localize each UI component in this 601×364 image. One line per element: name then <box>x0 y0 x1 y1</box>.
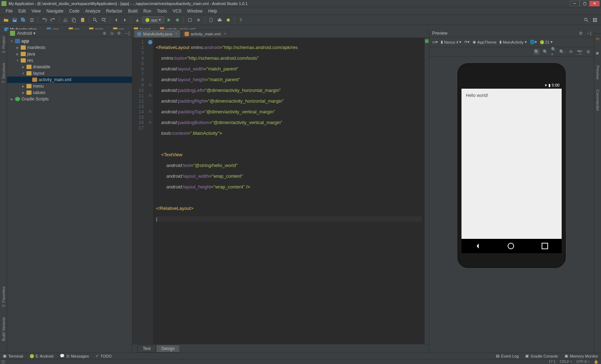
sidebar-tab-build-variants[interactable]: Build Variants <box>1 316 6 343</box>
avd-manager-icon[interactable] <box>207 16 215 24</box>
fold-icon[interactable]: ⊟ <box>149 82 152 88</box>
code-content[interactable]: <RelativeLayout xmlns:android="http://sc… <box>153 38 425 344</box>
hide-icon[interactable]: →| <box>586 31 591 36</box>
zoom-actual-icon[interactable]: 🔍 <box>542 49 548 55</box>
attach-debugger-icon[interactable] <box>186 16 194 24</box>
orientation-icon[interactable]: ⟳▾ <box>464 40 470 44</box>
sidebar-tab-favorites[interactable]: 2: Favorites <box>1 285 6 308</box>
event-log-tab[interactable]: ▤ Event Log <box>496 354 519 358</box>
menu-window[interactable]: Window <box>184 8 205 14</box>
project-structure-icon[interactable] <box>591 16 599 24</box>
nav-related-icon[interactable] <box>148 40 152 44</box>
sidebar-tab-preview[interactable]: Preview <box>595 64 601 81</box>
screenshot-icon[interactable]: 📷 <box>577 49 582 55</box>
tree-node-res[interactable]: ▼res <box>7 57 132 64</box>
zoom-in-icon[interactable]: 🔍+ <box>551 49 557 55</box>
tree-node-menu[interactable]: ▶menu <box>7 83 132 89</box>
sdk-manager-icon[interactable] <box>216 16 224 24</box>
tree-node-gradle[interactable]: ▶Gradle Scripts <box>7 96 132 102</box>
menu-view[interactable]: View <box>29 8 44 14</box>
settings-icon[interactable]: ⚙ <box>585 49 591 55</box>
sidebar-tab-project[interactable]: 1: Project <box>1 35 6 54</box>
terminal-tab[interactable]: ▣ Terminal <box>3 354 23 358</box>
menu-analyze[interactable]: Analyze <box>82 8 103 14</box>
menu-tools[interactable]: Tools <box>154 8 170 14</box>
run-icon[interactable] <box>165 16 173 24</box>
fold-icon[interactable]: ⊟ <box>149 120 152 125</box>
tree-node-java[interactable]: ▶java <box>7 51 132 57</box>
file-encoding[interactable]: UTF-8 ÷ <box>576 360 590 364</box>
sync-icon[interactable] <box>28 16 36 24</box>
tree-node-manifests[interactable]: ▶manifests <box>7 44 132 51</box>
close-button[interactable]: ✕ <box>590 1 600 6</box>
menu-help[interactable]: Help <box>205 8 220 14</box>
locale-icon[interactable]: 🌐▾ <box>530 40 537 44</box>
readonly-lock-icon[interactable]: 🔒 <box>594 360 598 364</box>
code-editor[interactable]: 1234567891011121314151617 ⊟ ⊟ ⊟ ⊟ <Relat… <box>132 38 429 344</box>
sidebar-tab-structure[interactable]: 7: Structure <box>1 62 6 85</box>
cut-icon[interactable] <box>62 16 69 24</box>
run-config-dropdown[interactable]: ⬤ app ▾ <box>142 16 164 23</box>
android-tab[interactable]: ⬤ 6: Android <box>30 354 54 358</box>
menu-vcs[interactable]: VCS <box>170 8 185 14</box>
maximize-button[interactable]: ▢ <box>580 1 590 6</box>
editor-tab-mainactivity[interactable]: MainActivity.java× <box>134 30 181 38</box>
redo-icon[interactable] <box>49 16 57 24</box>
tree-node-app[interactable]: ▼app <box>7 38 132 44</box>
menu-edit[interactable]: Edit <box>15 8 29 14</box>
fold-icon[interactable]: ⊟ <box>149 109 152 114</box>
close-tab-icon[interactable]: × <box>224 32 226 36</box>
gear-icon[interactable]: ⚙ <box>117 31 122 36</box>
undo-icon[interactable] <box>40 16 48 24</box>
device-selector[interactable]: ▮ Nexus 4▾ <box>441 40 461 44</box>
ddms-icon[interactable] <box>224 16 232 24</box>
collapse-all-icon[interactable]: ⇲ <box>110 31 115 36</box>
zoom-out-icon[interactable]: 🔍- <box>560 49 565 55</box>
zoom-fit-icon[interactable]: 🔍 <box>534 49 539 55</box>
fold-icon[interactable]: ⊟ <box>149 93 152 98</box>
activity-selector[interactable]: ▮ MainActivity▾ <box>499 40 527 44</box>
api-selector[interactable]: ⬤21▾ <box>540 40 553 44</box>
copy-icon[interactable] <box>70 16 78 24</box>
menu-navigate[interactable]: Navigate <box>44 8 66 14</box>
save-icon[interactable] <box>11 16 19 24</box>
menu-refactor[interactable]: Refactor <box>103 8 125 14</box>
tree-node-drawable[interactable]: ▶drawable <box>7 64 132 70</box>
tree-node-activity-main[interactable]: activity_main.xml <box>7 77 132 83</box>
tab-text[interactable]: Text <box>137 345 156 353</box>
close-tab-icon[interactable]: × <box>175 32 177 36</box>
tool-windows-icon[interactable] <box>1 360 5 364</box>
save-all-icon[interactable] <box>19 16 27 24</box>
refresh-icon[interactable]: ⟳ <box>568 49 574 55</box>
debug-icon[interactable] <box>174 16 181 24</box>
hide-icon[interactable]: →| <box>124 31 129 36</box>
minimize-button[interactable]: ─ <box>570 1 580 6</box>
sidebar-tab-commander[interactable]: Commander <box>595 88 601 113</box>
line-separator[interactable]: CRLF ÷ <box>560 360 572 364</box>
project-view-mode[interactable]: Android ▾ <box>17 31 103 36</box>
design-surface-icon[interactable]: ▭▾ <box>432 40 438 44</box>
memory-monitor-tab[interactable]: ▣ Memory Monitor <box>565 354 598 358</box>
tab-design[interactable]: Design <box>156 345 180 353</box>
error-stripe[interactable] <box>425 38 429 344</box>
menu-code[interactable]: Code <box>66 8 82 14</box>
menu-build[interactable]: Build <box>125 8 141 14</box>
sidebar-tab-gradle[interactable]: ◉ <box>595 49 601 57</box>
find-icon[interactable] <box>91 16 99 24</box>
menu-file[interactable]: File <box>3 8 15 14</box>
forward-icon[interactable] <box>121 16 129 24</box>
search-everywhere-icon[interactable] <box>582 16 590 24</box>
gradle-console-tab[interactable]: ▣ Gradle Console <box>525 354 558 358</box>
todo-tab[interactable]: ✓ TODO <box>96 354 112 358</box>
tree-node-values[interactable]: ▶values <box>7 89 132 96</box>
stop-icon[interactable] <box>195 16 202 24</box>
messages-tab[interactable]: 💬 0: Messages <box>60 354 89 358</box>
preview-canvas[interactable]: ▾ ▮ 5:00 Hello world! <box>429 56 594 353</box>
sidebar-tab-maven[interactable]: m <box>595 35 601 42</box>
editor-tab-activity-main[interactable]: activity_main.xml× <box>181 30 229 38</box>
scroll-from-source-icon[interactable]: ⊕ <box>103 31 108 36</box>
help-icon[interactable]: ? <box>237 16 245 24</box>
back-icon[interactable] <box>112 16 120 24</box>
make-icon[interactable] <box>133 16 141 24</box>
replace-icon[interactable] <box>100 16 108 24</box>
